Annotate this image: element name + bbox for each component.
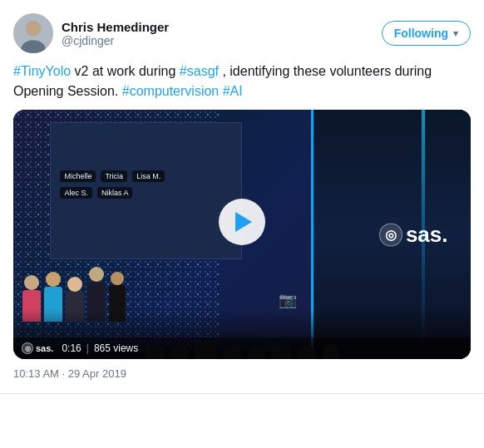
sas-small-text: sas. bbox=[36, 343, 53, 353]
tweet-plain-1: v2 at work during bbox=[75, 64, 180, 78]
name-tag-michelle: Michelle bbox=[60, 170, 96, 182]
video-duration: 0:16 bbox=[62, 342, 81, 354]
display-name: Chris Hemedinger bbox=[62, 20, 169, 34]
video-bar: ◎ sas. 0:16 | 865 views bbox=[13, 337, 471, 359]
tweet-media: ◎ sas. Michelle Tricia Lisa M. Alec S. N… bbox=[13, 110, 471, 359]
avatar[interactable] bbox=[13, 13, 53, 53]
follow-label: Following bbox=[394, 27, 448, 40]
sas-logo-large: ◎ sas. bbox=[379, 222, 448, 248]
stage-screen: Michelle Tricia Lisa M. Alec S. Niklas A bbox=[50, 122, 242, 259]
name-tag-lisa: Lisa M. bbox=[132, 170, 165, 182]
name-tag-niklas: Niklas A bbox=[97, 187, 133, 199]
sas-circle-icon: ◎ bbox=[379, 223, 403, 246]
sas-text-large: sas. bbox=[406, 222, 448, 248]
tweet-text: #TinyYolo v2 at work during #sasgf , ide… bbox=[13, 62, 471, 101]
sas-mini-circle-icon: ◎ bbox=[22, 342, 33, 354]
video-views: 865 views bbox=[94, 342, 138, 354]
chevron-down-icon: ▾ bbox=[453, 28, 458, 39]
stat-divider: | bbox=[86, 342, 89, 354]
name-tags-container: Michelle Tricia Lisa M. Alec S. Niklas A bbox=[60, 170, 165, 199]
tweet-card: Chris Hemedinger @cjdinger Following ▾ #… bbox=[0, 0, 484, 394]
play-triangle-icon bbox=[235, 212, 252, 232]
name-tag-tricia: Tricia bbox=[101, 170, 127, 182]
hashtag-tinyyolo[interactable]: #TinyYolo bbox=[13, 64, 71, 78]
hashtag-computervision[interactable]: #computervision bbox=[122, 84, 220, 98]
hashtag-ai[interactable]: #AI bbox=[223, 84, 243, 98]
video-thumbnail[interactable]: ◎ sas. Michelle Tricia Lisa M. Alec S. N… bbox=[13, 110, 471, 359]
sas-logo-small: ◎ sas. bbox=[22, 342, 53, 354]
play-button[interactable] bbox=[219, 199, 265, 245]
svg-point-3 bbox=[26, 21, 41, 36]
user-text: Chris Hemedinger @cjdinger bbox=[62, 20, 169, 47]
user-info: Chris Hemedinger @cjdinger bbox=[13, 13, 169, 53]
name-tag-alec: Alec S. bbox=[60, 187, 92, 199]
tweet-header: Chris Hemedinger @cjdinger Following ▾ bbox=[13, 13, 471, 53]
tweet-timestamp: 10:13 AM · 29 Apr 2019 bbox=[13, 367, 471, 380]
handle: @cjdinger bbox=[62, 34, 169, 47]
follow-button[interactable]: Following ▾ bbox=[382, 21, 471, 46]
video-stats: 0:16 | 865 views bbox=[62, 342, 138, 354]
hashtag-sasgf[interactable]: #sasgf bbox=[180, 64, 219, 78]
camera-icon: 📷 bbox=[279, 291, 297, 309]
